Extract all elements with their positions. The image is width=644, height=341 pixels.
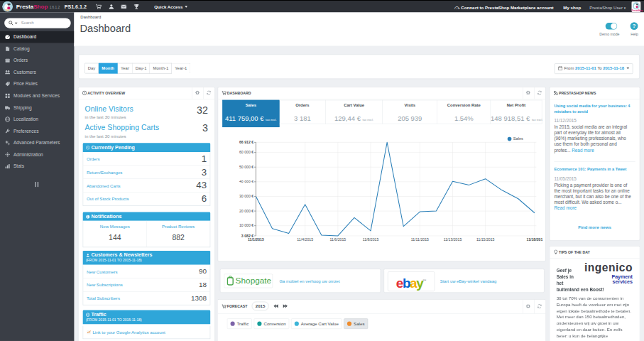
svg-text:60 000 €: 60 000 € — [239, 150, 253, 154]
svg-text:20 000 €: 20 000 € — [239, 209, 253, 213]
svg-text:10 000 €: 10 000 € — [239, 223, 253, 227]
svg-text:11/18/201: 11/18/201 — [527, 237, 543, 242]
svg-text:66 912 €: 66 912 € — [239, 140, 253, 144]
svg-text:11/1/2015: 11/1/2015 — [248, 237, 264, 242]
svg-text:11/11/2015: 11/11/2015 — [411, 237, 429, 242]
svg-text:Sales: Sales — [513, 136, 523, 141]
svg-text:11/4/2015: 11/4/2015 — [297, 237, 313, 242]
svg-text:11/13/2015: 11/13/2015 — [444, 237, 462, 242]
svg-text:11/6/2015: 11/6/2015 — [330, 237, 346, 242]
svg-text:11/15/2015: 11/15/2015 — [476, 237, 495, 242]
svg-text:40 000 €: 40 000 € — [239, 180, 253, 184]
svg-text:30 000 €: 30 000 € — [239, 194, 253, 198]
svg-text:11/8/2015: 11/8/2015 — [363, 237, 379, 242]
svg-text:50 000 €: 50 000 € — [239, 165, 253, 169]
